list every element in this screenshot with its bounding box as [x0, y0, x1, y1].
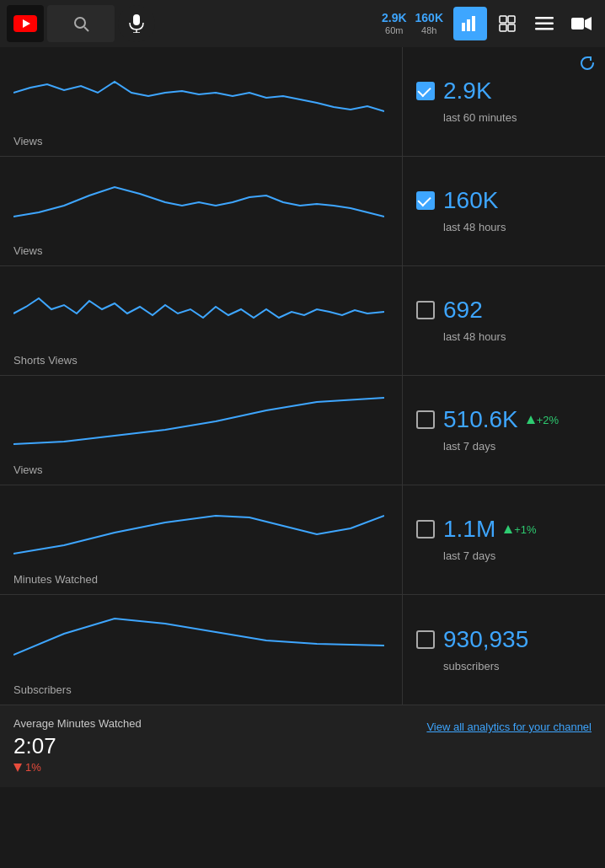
camera-icon-btn[interactable]: [565, 7, 598, 40]
checkbox-subscribers[interactable]: [416, 630, 435, 649]
search-button[interactable]: [47, 5, 115, 42]
chart-minutes-watched: Minutes Watched: [0, 485, 403, 594]
row-views-48h: Views 160K last 48 hours: [0, 157, 605, 266]
stat-value-views-48h: 160K: [443, 189, 498, 212]
info-views-60m: 2.9K last 60 minutes: [403, 47, 605, 156]
row-subscribers: Subscribers 930,935 subscribers: [0, 595, 605, 705]
chart-label-views-7d: Views: [13, 463, 42, 476]
stat-sub-views-60m: last 60 minutes: [443, 111, 592, 124]
analytics-icon-btn[interactable]: [453, 7, 487, 40]
view-all-analytics-link[interactable]: View all analytics for your channel: [426, 721, 592, 733]
top-bar: 2.9K 60m 160K 48h: [0, 0, 605, 47]
stat-value-views-60m: 2.9K: [443, 79, 492, 103]
change-minutes-watched: +1%: [504, 523, 536, 536]
info-subscribers: 930,935 subscribers: [403, 595, 605, 705]
stat-sub-views-7d: last 7 days: [443, 440, 592, 453]
svg-rect-9: [472, 16, 475, 31]
svg-marker-20: [504, 525, 512, 533]
checkbox-views-7d[interactable]: [416, 410, 435, 429]
stat-value-subscribers: 930,935: [443, 628, 528, 651]
info-minutes-watched: 1.1M +1% last 7 days: [403, 485, 605, 594]
row-views-60m: Views 2.9K last 60 minutes: [0, 47, 605, 157]
svg-rect-10: [500, 16, 506, 23]
row-shorts-views: Shorts Views 692 last 48 hours: [0, 266, 605, 376]
chart-subscribers: Subscribers: [0, 595, 403, 705]
svg-rect-8: [467, 19, 470, 31]
svg-rect-12: [500, 24, 506, 31]
stat-sub-views-48h: last 48 hours: [443, 221, 592, 233]
stats-container: Views 2.9K last 60 minutes Views 160K la…: [0, 47, 605, 705]
svg-rect-13: [508, 24, 515, 31]
stats-views-60m: 2.9K 60m: [382, 11, 407, 36]
mic-button[interactable]: [118, 5, 155, 42]
chart-shorts-views: Shorts Views: [0, 266, 403, 375]
svg-marker-19: [527, 415, 535, 424]
checkbox-minutes-watched[interactable]: [416, 520, 435, 538]
change-views-7d: +2%: [527, 414, 559, 426]
svg-rect-17: [571, 18, 584, 29]
checkbox-views-48h[interactable]: [416, 191, 435, 210]
chart-label-minutes-watched: Minutes Watched: [13, 573, 98, 586]
svg-marker-21: [13, 764, 22, 772]
stat-value-views-7d: 510.6K: [443, 408, 518, 431]
info-views-7d: 510.6K +2% last 7 days: [403, 376, 605, 485]
chart-label-shorts-views: Shorts Views: [13, 354, 78, 367]
svg-rect-4: [133, 14, 140, 25]
svg-rect-16: [535, 28, 554, 30]
info-views-48h: 160K last 48 hours: [403, 157, 605, 265]
chart-views-48h: Views: [0, 157, 403, 265]
chart-views-60m: Views: [0, 47, 403, 156]
checkbox-views-60m[interactable]: [416, 82, 435, 100]
svg-line-3: [84, 27, 88, 31]
bottom-change: 1%: [13, 761, 142, 774]
bottom-change-value: 1%: [25, 761, 41, 774]
refresh-icon[interactable]: [580, 56, 595, 75]
svg-marker-18: [585, 17, 592, 30]
svg-rect-11: [508, 16, 515, 23]
chart-views-7d: Views: [0, 376, 403, 485]
stat-value-shorts-views: 692: [443, 298, 483, 322]
youtube-logo: [7, 5, 44, 42]
svg-rect-15: [535, 23, 554, 25]
stats-views-48h: 160K 48h: [415, 11, 443, 36]
bottom-value: 2:07: [13, 733, 142, 759]
stat-sub-subscribers: subscribers: [443, 660, 592, 672]
svg-rect-7: [462, 23, 465, 31]
chart-label-subscribers: Subscribers: [13, 683, 72, 696]
stat-value-minutes-watched: 1.1M: [443, 517, 495, 541]
bottom-bar: Average Minutes Watched 2:07 1% View all…: [0, 705, 605, 787]
svg-rect-14: [535, 17, 554, 19]
down-arrow-icon: [13, 764, 22, 772]
bottom-label: Average Minutes Watched: [13, 717, 142, 730]
studio-icon-btn[interactable]: [490, 7, 524, 40]
svg-point-2: [75, 18, 85, 28]
chart-label-views-60m: Views: [13, 135, 42, 147]
info-shorts-views: 692 last 48 hours: [403, 266, 605, 375]
row-views-7d: Views 510.6K +2% last 7 days: [0, 376, 605, 485]
stat-sub-minutes-watched: last 7 days: [443, 549, 592, 562]
menu-icon-btn[interactable]: [527, 7, 561, 40]
chart-label-views-48h: Views: [13, 244, 42, 257]
stat-sub-shorts-views: last 48 hours: [443, 330, 592, 343]
row-minutes-watched: Minutes Watched 1.1M +1% last 7 days: [0, 485, 605, 595]
top-bar-icons: [453, 7, 598, 40]
checkbox-shorts-views[interactable]: [416, 301, 435, 319]
bottom-left: Average Minutes Watched 2:07 1%: [13, 717, 142, 774]
